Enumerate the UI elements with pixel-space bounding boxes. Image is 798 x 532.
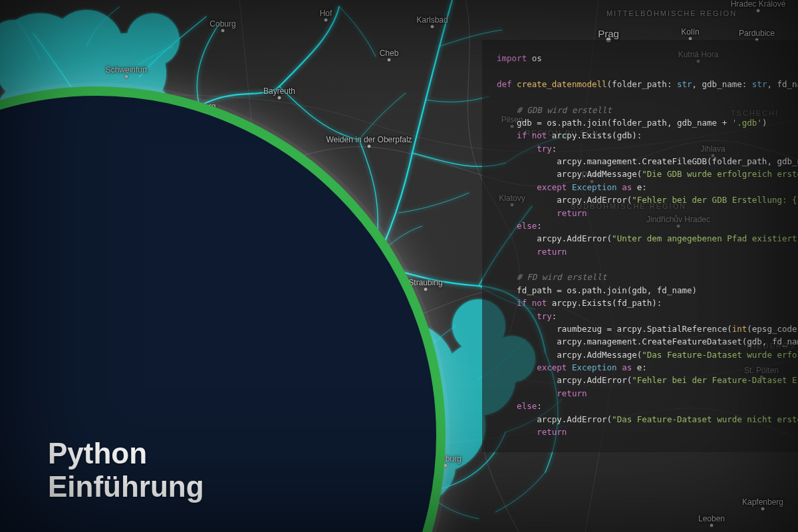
city-label: Leoben (698, 514, 725, 523)
code-line: return (497, 387, 790, 400)
code-line (497, 438, 790, 451)
city-dot (757, 9, 760, 13)
region-label: MITTELBÖHMISCHE REGION (606, 9, 737, 17)
city-dot (444, 464, 448, 467)
code-line: arcpy.management.CreateFileGDB(folder_pa… (497, 155, 790, 168)
code-line: if not arcpy.Exists(gdb): (497, 129, 790, 142)
code-line: return (497, 207, 790, 219)
city-dot (424, 288, 428, 291)
code-line (497, 90, 790, 103)
city-dot (221, 29, 225, 33)
code-overlay: import os def create_datenmodell(folder_… (482, 40, 798, 452)
code-line: return (497, 245, 790, 258)
title-text: Python Einführung (48, 437, 204, 503)
code-line: # FC wird erstellt (497, 452, 790, 452)
code-line: try: (497, 142, 790, 155)
city-dot (325, 19, 328, 22)
code-line: arcpy.AddError("Das Feature-Dataset wurd… (497, 413, 790, 426)
code-line: arcpy.AddError("Fehler bei der GDB Erste… (497, 194, 790, 206)
code-line: # GDB wird erstellt (497, 104, 790, 116)
code-line: arcpy.AddError("Fehler bei der Feature-D… (497, 374, 790, 386)
city-label: Bayreuth (263, 86, 295, 96)
city-label: Straubing (408, 278, 442, 287)
title-line2: Einführung (48, 470, 204, 503)
city-label: Schweinfurt (106, 65, 148, 74)
city-dot (431, 25, 434, 29)
city-dot (368, 145, 371, 148)
code-line: except Exception as e: (497, 181, 790, 194)
city-label: Hof (320, 9, 332, 18)
city-dot (388, 59, 391, 62)
code-line: try: (497, 310, 790, 323)
city-dot (125, 75, 128, 78)
code-line: def create_datenmodell(folder_path: str,… (497, 78, 790, 90)
code-line: fd_path = os.path.join(gdb, fd_name) (497, 284, 790, 297)
code-line: arcpy.AddMessage("Das Feature-Dataset wu… (497, 348, 790, 361)
code-line: # FD wird erstellt (497, 271, 790, 283)
city-label: Coburg (209, 19, 235, 29)
city-label: Kolín (681, 27, 699, 37)
code-line: gdb = os.path.join(folder_path, gdb_name… (497, 116, 790, 129)
city-label: Prag (598, 28, 619, 39)
code-line (497, 258, 790, 271)
city-label: Kapfenberg (742, 497, 783, 507)
code-line: return (497, 426, 790, 438)
city-label: Hradec Králové (731, 0, 786, 9)
title-line1: Python (48, 437, 147, 469)
code-line: if not arcpy.Exists(fd_path): (497, 297, 790, 309)
city-label: Cheb (380, 49, 399, 58)
code-line: arcpy.AddError("Unter dem angegebenen Pf… (497, 232, 790, 245)
promo-graphic: PragNürnbergStuttgartCoburgHofKarlsbadCh… (0, 0, 798, 532)
city-label: Pardubice (739, 29, 775, 38)
code-line (497, 65, 790, 77)
code-line: else: (497, 219, 790, 232)
code-line: arcpy.management.CreateFeatureDataset(gd… (497, 335, 790, 348)
code-line: import os (497, 52, 790, 65)
code-line: except Exception as e: (497, 361, 790, 374)
city-label: Karlsbad (416, 15, 448, 25)
city-label: Weiden in der Oberpfalz (326, 135, 412, 144)
city-dot (278, 96, 281, 100)
city-dot (710, 524, 714, 527)
city-dot (761, 507, 765, 511)
code-line: arcpy.AddMessage("Die GDB wurde erfolgre… (497, 168, 790, 180)
code-line: else: (497, 400, 790, 412)
code-line: raumbezug = arcpy.SpatialReference(int(e… (497, 323, 790, 335)
